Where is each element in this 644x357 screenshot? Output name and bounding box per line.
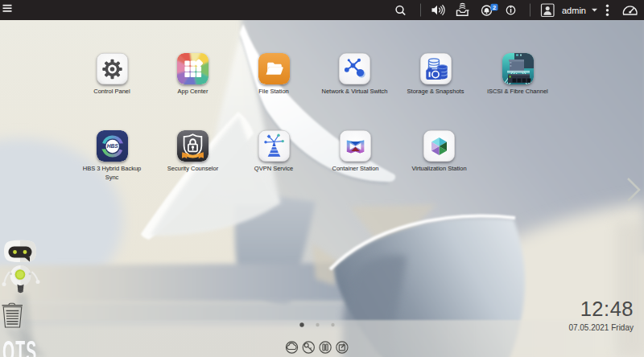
svg-text:admin: admin [562, 6, 586, 15]
svg-text:HBS: HBS [106, 143, 118, 149]
svg-text:2: 2 [493, 4, 496, 11]
